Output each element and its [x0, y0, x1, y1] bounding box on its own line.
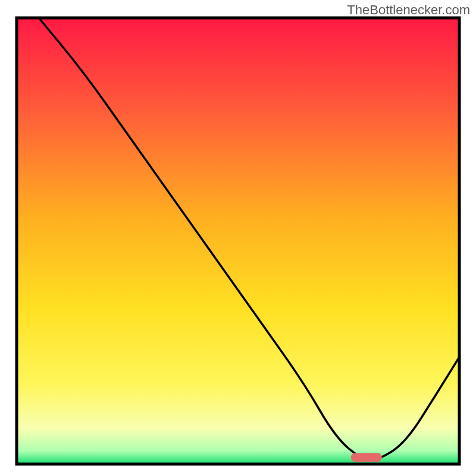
chart-svg	[0, 0, 476, 476]
chart-container: TheBottlenecker.com	[0, 0, 476, 476]
chart-background	[17, 18, 459, 464]
watermark-text: TheBottlenecker.com	[347, 2, 470, 18]
optimal-marker	[351, 453, 382, 462]
